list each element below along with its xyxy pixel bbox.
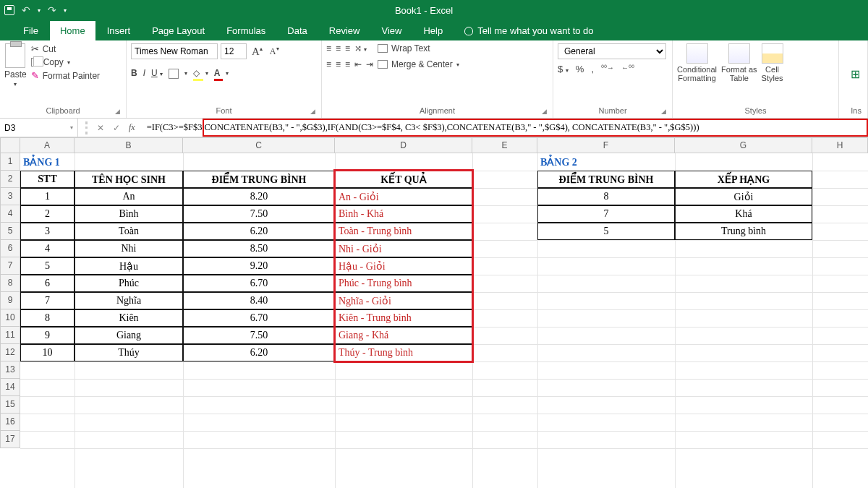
t2-dtb[interactable]: 8 — [537, 188, 675, 205]
t1-ten[interactable]: Bình — [75, 205, 183, 223]
row-header-1[interactable]: 1 — [0, 153, 20, 171]
tab-home[interactable]: Home — [50, 21, 95, 40]
grow-font-icon[interactable]: A▴ — [250, 46, 265, 58]
undo-icon[interactable]: ↶ — [22, 4, 30, 16]
paste-dropdown-icon[interactable]: ▾ — [14, 81, 17, 87]
t1-stt[interactable]: 3 — [20, 223, 75, 240]
number-launcher-icon[interactable]: ◢ — [661, 108, 666, 115]
column-header-G[interactable]: G — [675, 137, 812, 153]
row-header-7[interactable]: 7 — [0, 257, 20, 275]
copy-button[interactable]: Copy▾ — [31, 57, 100, 67]
insert-cells-icon[interactable]: ⊞ — [851, 67, 860, 81]
t1-stt[interactable]: 1 — [20, 188, 75, 205]
percent-format-icon[interactable]: % — [576, 64, 584, 74]
t1-ten[interactable]: Nghĩa — [75, 292, 183, 309]
t1-stt[interactable]: 9 — [20, 327, 75, 344]
row-header-15[interactable]: 15 — [0, 396, 20, 414]
t1-kq[interactable]: Kiên - Trung bình — [335, 309, 472, 327]
row-header-6[interactable]: 6 — [0, 240, 20, 257]
t1-dtb[interactable]: 7.50 — [183, 205, 335, 223]
hdr-kq[interactable]: KẾT QUẢ — [335, 171, 472, 188]
underline-button[interactable]: U ▾ — [151, 68, 163, 79]
t2-dtb[interactable]: 7 — [537, 205, 675, 223]
t1-dtb[interactable]: 8.50 — [183, 240, 335, 257]
row-header-9[interactable]: 9 — [0, 292, 20, 309]
formula-input[interactable] — [142, 119, 868, 137]
t1-kq[interactable]: An - Giỏi — [335, 188, 472, 205]
t1-dtb[interactable]: 6.20 — [183, 223, 335, 240]
column-header-H[interactable]: H — [812, 137, 868, 153]
t1-kq[interactable]: Bình - Khá — [335, 205, 472, 223]
t1-stt[interactable]: 8 — [20, 309, 75, 327]
font-name-select[interactable] — [131, 43, 218, 59]
t1-stt[interactable]: 4 — [20, 240, 75, 257]
formula-bar-grip-icon[interactable] — [85, 121, 88, 134]
tab-page-layout[interactable]: Page Layout — [142, 21, 215, 40]
t1-dtb[interactable]: 9.20 — [183, 257, 335, 275]
cancel-formula-icon[interactable]: ✕ — [97, 123, 104, 133]
comma-format-icon[interactable]: , — [591, 64, 594, 74]
t2-xh[interactable]: Giỏi — [675, 188, 812, 205]
t1-stt[interactable]: 2 — [20, 205, 75, 223]
bang1-title[interactable]: BẢNG 1 — [20, 153, 75, 171]
t1-dtb[interactable]: 6.70 — [183, 275, 335, 292]
align-bottom-icon[interactable]: ≡ — [345, 43, 350, 53]
bold-button[interactable]: B — [131, 68, 137, 79]
t1-kq[interactable]: Toàn - Trung bình — [335, 223, 472, 240]
t1-kq[interactable]: Phúc - Trung bình — [335, 275, 472, 292]
merge-center-button[interactable]: Merge & Center ▾ — [378, 59, 459, 69]
hdr2-dtb[interactable]: ĐIỂM TRUNG BÌNH — [537, 171, 675, 188]
cut-button[interactable]: ✂Cut — [31, 43, 100, 54]
paste-button[interactable]: Paste ▾ — [4, 43, 27, 87]
decrease-decimal-icon[interactable]: ←⁰⁰ — [621, 64, 634, 74]
tab-insert[interactable]: Insert — [97, 21, 141, 40]
align-middle-icon[interactable]: ≡ — [336, 43, 341, 53]
shrink-font-icon[interactable]: A▾ — [268, 46, 281, 57]
row-header-12[interactable]: 12 — [0, 344, 20, 361]
number-format-select[interactable]: General — [558, 43, 666, 59]
tab-review[interactable]: Review — [319, 21, 370, 40]
hdr2-xh[interactable]: XẾP HẠNG — [675, 171, 812, 188]
t1-dtb[interactable]: 6.20 — [183, 344, 335, 361]
t1-dtb[interactable]: 6.70 — [183, 309, 335, 327]
enter-formula-icon[interactable]: ✓ — [113, 123, 120, 133]
column-header-B[interactable]: B — [75, 137, 183, 153]
t1-ten[interactable]: Nhi — [75, 240, 183, 257]
spreadsheet-grid[interactable]: 1234567891011121314151617 ABCDEFGH BẢNG … — [0, 137, 868, 488]
bang2-title[interactable]: BẢNG 2 — [537, 153, 675, 171]
t1-kq[interactable]: Nhi - Giỏi — [335, 240, 472, 257]
row-header-16[interactable]: 16 — [0, 414, 20, 431]
t1-stt[interactable]: 7 — [20, 292, 75, 309]
row-header-4[interactable]: 4 — [0, 205, 20, 223]
align-center-icon[interactable]: ≡ — [336, 59, 341, 69]
t1-kq[interactable]: Giang - Khá — [335, 327, 472, 344]
row-header-8[interactable]: 8 — [0, 275, 20, 292]
t1-stt[interactable]: 6 — [20, 275, 75, 292]
font-color-button[interactable]: A — [214, 68, 221, 79]
row-header-17[interactable]: 17 — [0, 431, 20, 448]
font-launcher-icon[interactable]: ◢ — [310, 108, 315, 115]
row-header-5[interactable]: 5 — [0, 223, 20, 240]
t1-kq[interactable]: Nghĩa - Giỏi — [335, 292, 472, 309]
tab-view[interactable]: View — [371, 21, 412, 40]
t1-dtb[interactable]: 7.50 — [183, 327, 335, 344]
clipboard-launcher-icon[interactable]: ◢ — [115, 108, 120, 115]
t1-kq[interactable]: Hậu - Giỏi — [335, 257, 472, 275]
column-header-E[interactable]: E — [472, 137, 537, 153]
decrease-indent-icon[interactable]: ⇤ — [354, 59, 362, 69]
column-header-D[interactable]: D — [335, 137, 472, 153]
accounting-format-icon[interactable]: $ ▾ — [558, 64, 569, 74]
t2-xh[interactable]: Trung bình — [675, 223, 812, 240]
undo-dropdown-icon[interactable]: ▾ — [38, 7, 41, 14]
name-box[interactable]: ▾ — [0, 119, 78, 137]
orientation-icon[interactable]: ⤭ — [354, 43, 362, 53]
t1-stt[interactable]: 5 — [20, 257, 75, 275]
hdr-ten[interactable]: TÊN HỌC SINH — [75, 171, 183, 188]
row-header-14[interactable]: 14 — [0, 379, 20, 396]
t1-stt[interactable]: 10 — [20, 344, 75, 361]
hdr-stt[interactable]: STT — [20, 171, 75, 188]
tab-help[interactable]: Help — [413, 21, 453, 40]
tab-data[interactable]: Data — [277, 21, 317, 40]
wrap-text-button[interactable]: Wrap Text — [378, 43, 459, 53]
redo-icon[interactable]: ↷ — [48, 4, 56, 16]
